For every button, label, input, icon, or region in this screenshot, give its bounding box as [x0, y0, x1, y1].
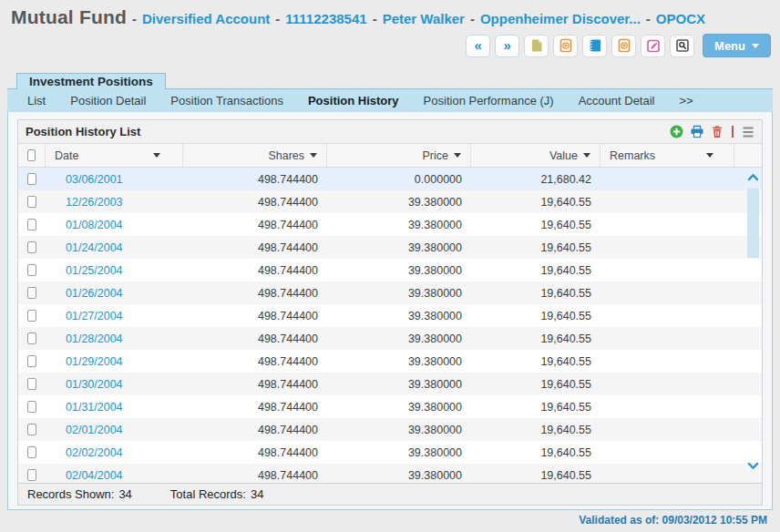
row-checkbox[interactable] [27, 196, 36, 208]
row-shares: 498.744400 [183, 395, 327, 418]
row-date-link[interactable]: 01/28/2004 [66, 332, 123, 345]
scrollbar-thumb[interactable] [747, 189, 759, 258]
subtab-position-history[interactable]: Position History [308, 94, 399, 107]
filter-icon[interactable] [583, 153, 590, 158]
table-row[interactable]: 01/28/2004 498.744400 39.380000 19,640.5… [18, 327, 762, 350]
row-checkbox-cell [18, 304, 46, 327]
table-row[interactable]: 02/01/2004 498.744400 39.380000 19,640.5… [18, 418, 762, 441]
row-date-link[interactable]: 03/06/2001 [66, 173, 123, 186]
row-date-link[interactable]: 02/04/2004 [66, 469, 123, 482]
row-date-link[interactable]: 02/02/2004 [66, 446, 123, 459]
row-checkbox[interactable] [27, 173, 36, 185]
filter-icon[interactable] [310, 153, 317, 158]
table-row[interactable]: 01/31/2004 498.744400 39.380000 19,640.5… [18, 395, 762, 418]
note-button[interactable] [524, 35, 549, 57]
next-record-button[interactable]: » [495, 35, 519, 57]
row-checkbox[interactable] [27, 287, 36, 299]
table-row[interactable]: 01/27/2004 498.744400 39.380000 19,640.5… [18, 304, 762, 327]
notebook-button[interactable] [582, 35, 607, 57]
position-history-list: Position History List [17, 119, 763, 506]
table-row[interactable]: 02/04/2004 498.744400 39.380000 19,640.5… [18, 464, 762, 483]
row-shares: 498.744400 [183, 441, 327, 464]
search-icon [675, 38, 690, 53]
table-row[interactable]: 01/08/2004 498.744400 39.380000 19,640.5… [18, 213, 762, 236]
filter-icon[interactable] [153, 153, 160, 158]
list-view-button[interactable] [740, 126, 754, 138]
scroll-up-icon[interactable] [747, 173, 759, 181]
subtab-position-transactions[interactable]: Position Transactions [170, 94, 283, 107]
subtab-list[interactable]: List [27, 94, 46, 107]
print-button[interactable] [690, 125, 704, 138]
filter-icon[interactable] [706, 153, 713, 158]
select-all-checkbox[interactable] [27, 149, 36, 161]
add-document-button[interactable] [553, 35, 578, 57]
row-date-cell: 01/25/2004 [46, 259, 183, 281]
row-date-link[interactable]: 01/08/2004 [66, 219, 123, 231]
row-value: 19,640.55 [471, 259, 600, 281]
column-label-price: Price [423, 149, 448, 162]
table-row[interactable]: 01/24/2004 498.744400 39.380000 19,640.5… [18, 236, 762, 259]
subtab-[interactable]: >> [680, 94, 693, 107]
prev-record-button[interactable]: « [466, 35, 490, 57]
row-checkbox[interactable] [27, 264, 36, 276]
row-date-link[interactable]: 02/01/2004 [66, 424, 123, 436]
row-checkbox[interactable] [27, 424, 36, 435]
filter-icon[interactable] [454, 153, 461, 158]
table-row[interactable]: 03/06/2001 498.744400 0.000000 21,680.42 [18, 168, 762, 190]
row-date-link[interactable]: 01/24/2004 [66, 241, 123, 254]
row-price: 0.000000 [327, 168, 471, 190]
row-remarks [600, 190, 734, 213]
row-date-link[interactable]: 01/31/2004 [66, 401, 123, 414]
breadcrumb-link[interactable]: OPOCX [656, 11, 705, 26]
row-date-link[interactable]: 01/30/2004 [66, 378, 123, 391]
row-date-link[interactable]: 12/26/2003 [66, 196, 123, 209]
table-row[interactable]: 01/26/2004 498.744400 39.380000 19,640.5… [18, 281, 762, 304]
table-row[interactable]: 01/29/2004 498.744400 39.380000 19,640.5… [18, 350, 762, 373]
row-checkbox-cell [18, 350, 46, 373]
row-checkbox[interactable] [27, 378, 36, 390]
row-checkbox[interactable] [27, 446, 36, 458]
breadcrumb-link[interactable]: Peter Walker [383, 11, 465, 26]
column-header-remarks[interactable]: Remarks [600, 144, 734, 167]
row-price: 39.380000 [327, 213, 471, 236]
table-row[interactable]: 01/25/2004 498.744400 39.380000 19,640.5… [18, 259, 762, 281]
row-date-link[interactable]: 01/27/2004 [66, 310, 123, 322]
add-record-button[interactable] [611, 35, 636, 57]
vertical-scrollbar[interactable] [746, 173, 760, 470]
position-history-panel: Position History List [7, 112, 773, 510]
delete-button[interactable] [711, 125, 724, 138]
column-header-shares[interactable]: Shares [183, 144, 327, 167]
column-header-price[interactable]: Price [327, 144, 471, 167]
row-date-link[interactable]: 01/26/2004 [66, 287, 123, 300]
table-row[interactable]: 12/26/2003 498.744400 39.380000 19,640.5… [18, 190, 762, 213]
row-price: 39.380000 [327, 327, 471, 350]
table-row[interactable]: 01/30/2004 498.744400 39.380000 19,640.5… [18, 373, 762, 395]
list-footer: Records Shown: 34 Total Records: 34 [18, 483, 762, 505]
subtab-position-detail[interactable]: Position Detail [70, 94, 146, 107]
row-checkbox[interactable] [27, 401, 36, 413]
breadcrumb-link[interactable]: Oppenheimer Discover... [480, 11, 641, 26]
column-header-value[interactable]: Value [471, 144, 600, 167]
column-header-date[interactable]: Date [46, 144, 183, 167]
scroll-down-icon[interactable] [747, 462, 759, 470]
tab-investment-positions[interactable]: Investment Positions [16, 73, 166, 89]
row-date-link[interactable]: 01/25/2004 [66, 264, 123, 277]
search-button[interactable] [670, 35, 694, 57]
breadcrumb-link[interactable]: 11112238541 [285, 11, 366, 26]
column-label-remarks: Remarks [610, 149, 655, 162]
table-row[interactable]: 02/02/2004 498.744400 39.380000 19,640.5… [18, 441, 762, 464]
row-checkbox[interactable] [27, 241, 36, 253]
row-checkbox[interactable] [27, 219, 36, 230]
add-row-button[interactable] [670, 125, 683, 138]
edit-button[interactable] [641, 35, 665, 57]
row-date-link[interactable]: 01/29/2004 [66, 355, 123, 368]
row-checkbox[interactable] [27, 310, 36, 322]
row-checkbox[interactable] [27, 355, 36, 367]
row-checkbox[interactable] [27, 332, 36, 344]
row-checkbox[interactable] [27, 469, 36, 481]
add-record-icon [617, 38, 631, 53]
subtab-account-detail[interactable]: Account Detail [579, 94, 655, 107]
menu-button[interactable]: Menu [703, 34, 771, 57]
breadcrumb-link[interactable]: Diversified Account [142, 11, 270, 26]
subtab-position-performance-j[interactable]: Position Performance (J) [424, 94, 554, 107]
